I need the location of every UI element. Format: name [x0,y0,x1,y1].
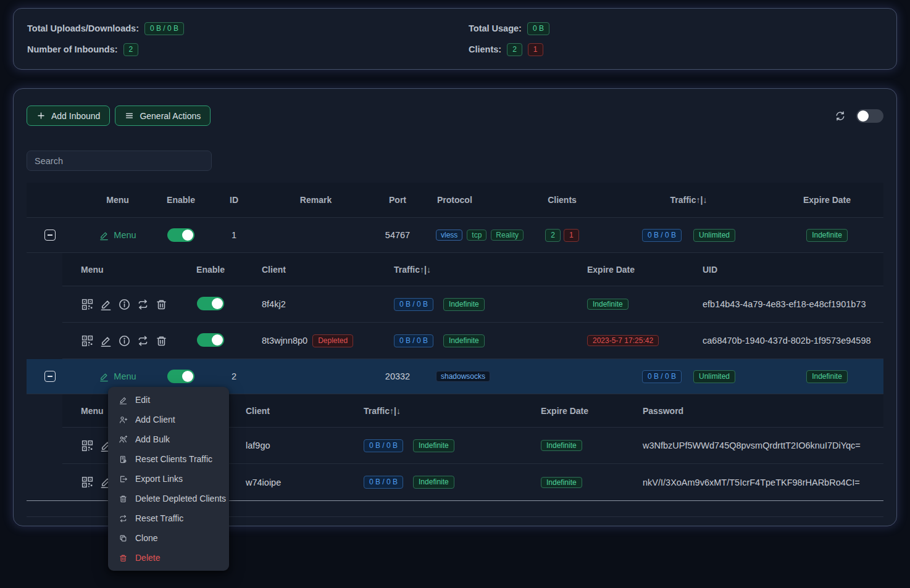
add-client-icon [119,415,128,424]
stat-uploads-badge: 0 B / 0 B [144,22,184,35]
toggle-knob [858,110,869,122]
client-enable-toggle[interactable] [197,297,224,310]
protocol-tag: shadowsocks [436,371,490,382]
traffic-badge: 0 B / 0 B [394,298,433,311]
client-actions [62,334,180,347]
client-name: 8t3wjnn8p0 [262,336,307,346]
col-header-traffic-sort[interactable]: Traffic↑|↓ [607,195,770,205]
client-enable-toggle[interactable] [197,333,224,347]
protocol-tag: tcp [467,230,486,241]
inbound-2-traffic: 0 B / 0 B Unlimited [607,370,770,383]
inbound-1-traffic: 0 B / 0 B Unlimited [607,229,770,242]
stat-inbounds-label: Number of Inbounds: [27,44,118,54]
expire-badge: Indefinite [541,440,582,451]
edit-icon [119,395,128,405]
general-actions-label: General Actions [140,111,201,121]
info-icon[interactable] [118,334,131,347]
info-icon[interactable] [118,298,131,311]
col-header-clients: Clients [517,195,607,205]
traffic-badge: 0 B / 0 B [364,476,403,489]
delete-client-icon[interactable] [155,334,168,347]
col-header-port: Port [375,195,420,205]
qr-code-icon[interactable] [81,476,94,489]
edit-client-icon[interactable] [99,298,112,311]
client-traffic: 0 B / 0 B Indefinite [359,476,538,489]
qr-code-icon[interactable] [81,334,94,347]
inbound-2-menu-button[interactable]: Menu [85,371,150,382]
inbound-1-protocol-tags: vless tcp Reality [420,230,517,241]
qr-code-icon[interactable] [81,298,94,311]
menu-item-reset-clients-traffic[interactable]: Reset Clients Traffic [108,449,229,469]
menu-item-clone[interactable]: Clone [108,528,229,548]
col-header-id: ID [212,195,256,205]
stat-total-uploads-downloads: Total Uploads/Downloads: 0 B / 0 B [14,21,455,36]
client-traffic: 0 B / 0 B Indefinite [383,298,550,311]
ccol-header-traffic-sort[interactable]: Traffic↑|↓ [383,265,550,275]
menu-item-reset-traffic[interactable]: Reset Traffic [108,508,229,528]
delete-icon [119,553,128,563]
expire-badge: Indefinite [806,370,848,383]
add-inbound-button[interactable]: Add Inbound [27,106,110,126]
reset-traffic-icon[interactable] [136,298,149,311]
add-inbound-label: Add Inbound [51,111,100,121]
reset-traffic-icon[interactable] [136,334,149,347]
refresh-icon[interactable] [834,110,846,122]
collapse-row-button[interactable] [44,371,56,382]
inbound-2-menu-label: Menu [114,371,136,381]
ccol-header-traffic-sort[interactable]: Traffic↑|↓ [359,406,538,416]
client-name: 8f4kj2 [262,299,286,309]
edit-pencil-icon [99,371,109,382]
ccol-header-client: Client [241,265,383,275]
delete-depleted-clients-icon [119,494,128,503]
inbound-2-id: 2 [212,371,256,381]
stat-number-of-inbounds: Number of Inbounds: 2 [14,42,455,57]
menu-bars-icon [125,111,134,120]
depleted-badge: Depleted [312,334,353,347]
delete-client-icon[interactable] [155,298,168,311]
traffic-limit-badge: Indefinite [443,298,485,311]
general-actions-button[interactable]: General Actions [115,106,211,126]
inbound-1-menu-button[interactable]: Menu [85,230,150,241]
client-uid: ca68470b-1940-437d-802b-1f9573e94598 [686,336,883,346]
col-header-expire-date: Expire Date [770,195,883,205]
menu-item-edit[interactable]: Edit [108,390,229,410]
reset-traffic-icon [119,514,128,523]
traffic-limit-badge: Indefinite [413,439,454,452]
auto-refresh-toggle[interactable] [856,109,883,123]
collapse-row-button[interactable] [44,230,56,241]
reset-clients-traffic-icon [119,455,128,464]
menu-item-delete-depleted-clients[interactable]: Delete Depleted Clients [108,489,229,508]
client-password: w3NfbzUPf5WWd745Q8pvsmQrdrttT2IO6knuI7Di… [637,441,883,450]
inbound-2-enable-toggle[interactable] [167,370,194,383]
stat-usage-label: Total Usage: [469,23,522,33]
menu-item-delete[interactable]: Delete [108,548,229,568]
inbound-row-1: Menu 1 54767 vless tcp Reality 2 1 0 B /… [27,218,883,253]
client-row: 8f4kj2 0 B / 0 B Indefinite Indefinite e… [62,286,883,323]
traffic-badge: 0 B / 0 B [364,439,403,452]
menu-item-export-links[interactable]: Export Links [108,469,229,489]
toolbar: Add Inbound General Actions [27,89,883,126]
traffic-badge: 0 B / 0 B [642,229,682,242]
clients-depleted-badge: 1 [564,229,579,242]
edit-client-icon[interactable] [99,334,112,347]
traffic-limit-badge: Indefinite [443,334,485,347]
menu-item-add-bulk[interactable]: Add Bulk [108,429,229,449]
inbound-1-enable-toggle[interactable] [167,228,194,242]
ccol-header-client: Client [241,406,359,416]
stat-total-usage: Total Usage: 0 B [455,21,896,36]
traffic-badge: 0 B / 0 B [642,370,682,383]
menu-item-add-client[interactable]: Add Client [108,410,229,429]
ccol-header-expire: Expire Date [538,406,637,416]
qr-code-icon[interactable] [81,439,94,452]
client-name: laf9go [246,441,270,450]
col-header-remark: Remark [256,195,375,205]
expire-badge: 2023-5-7 17:25:42 [587,335,659,346]
stat-uploads-label: Total Uploads/Downloads: [27,23,139,33]
client-uid: efb14b43-4a79-4e83-ef18-e48cf1901b73 [686,299,883,309]
client-traffic: 0 B / 0 B Indefinite [383,334,550,347]
search-input[interactable] [27,151,212,171]
inbounds-table-header: Menu Enable ID Remark Port Protocol Clie… [27,183,883,218]
client-traffic: 0 B / 0 B Indefinite [359,439,538,452]
inbound-1-menu-label: Menu [114,230,136,240]
edit-pencil-icon [99,230,109,241]
